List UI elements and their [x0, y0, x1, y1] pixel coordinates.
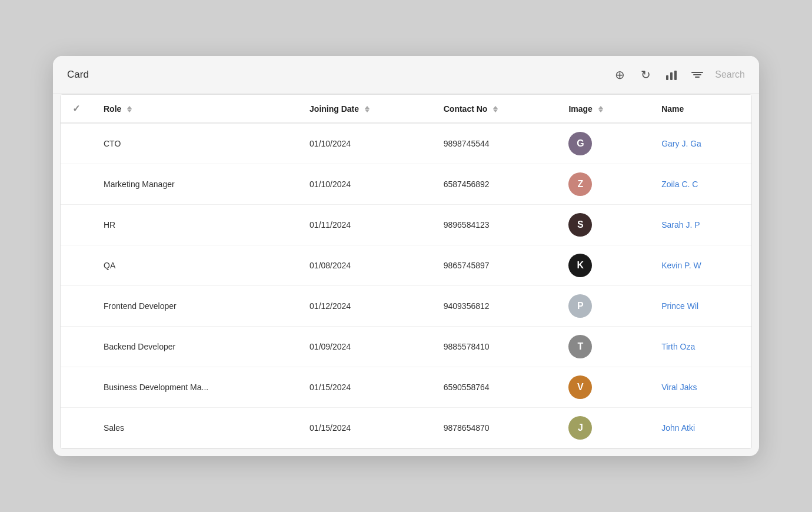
row-contact-no: 6587456892: [432, 164, 557, 205]
table-row: Marketing Manager01/10/20246587456892ZZo…: [61, 164, 751, 205]
row-name: John Atki: [650, 408, 751, 448]
col-header-joining-date[interactable]: Joining Date: [298, 95, 432, 123]
add-icon[interactable]: ⊕: [611, 67, 628, 83]
col-header-contact-no[interactable]: Contact No: [432, 95, 557, 123]
row-name: Tirth Oza: [650, 327, 751, 367]
row-name: Kevin P. W: [650, 245, 751, 286]
row-name: Sarah J. P: [650, 205, 751, 245]
row-joining-date: 01/10/2024: [298, 164, 432, 205]
avatar: T: [568, 335, 592, 358]
row-contact-no: 9896584123: [432, 205, 557, 245]
row-checkbox[interactable]: [61, 327, 92, 367]
avatar: K: [568, 254, 592, 277]
row-contact-no: 9878654870: [432, 408, 557, 448]
svg-rect-2: [674, 71, 677, 80]
avatar: S: [568, 213, 592, 237]
row-contact-no: 9409356812: [432, 286, 557, 327]
row-role: CTO: [92, 123, 298, 164]
row-image: S: [557, 205, 650, 245]
avatar: G: [568, 132, 592, 155]
row-name: Prince Wil: [650, 286, 751, 327]
table-row: Frontend Developer01/12/20249409356812PP…: [61, 286, 751, 327]
row-checkbox[interactable]: [61, 245, 92, 286]
row-joining-date: 01/08/2024: [298, 245, 432, 286]
row-image: K: [557, 245, 650, 286]
checkbox-col-header[interactable]: ✓: [61, 95, 92, 123]
refresh-icon[interactable]: ↻: [637, 67, 654, 83]
row-role: QA: [92, 245, 298, 286]
row-checkbox[interactable]: [61, 164, 92, 205]
row-contact-no: 6590558764: [432, 367, 557, 408]
row-joining-date: 01/15/2024: [298, 408, 432, 448]
table-row: HR01/11/20249896584123SSarah J. P: [61, 205, 751, 245]
main-window: Card ⊕ ↻ Search: [53, 56, 759, 456]
row-contact-no: 9865745897: [432, 245, 557, 286]
row-role: Marketing Manager: [92, 164, 298, 205]
filter-icon[interactable]: [689, 67, 705, 83]
sort-icon-joining-date: [365, 106, 370, 112]
row-role: Backend Developer: [92, 327, 298, 367]
page-title: Card: [67, 69, 89, 81]
avatar: P: [568, 294, 592, 318]
col-header-role[interactable]: Role: [92, 95, 298, 123]
table-row: Backend Developer01/09/20249885578410TTi…: [61, 327, 751, 367]
row-contact-no: 9898745544: [432, 123, 557, 164]
sort-icon-image: [598, 106, 603, 112]
row-checkbox[interactable]: [61, 408, 92, 448]
row-role: HR: [92, 205, 298, 245]
col-header-image[interactable]: Image: [557, 95, 650, 123]
row-name: Zoila C. C: [650, 164, 751, 205]
sort-icon-contact-no: [493, 106, 498, 112]
row-image: J: [557, 408, 650, 448]
titlebar: Card ⊕ ↻ Search: [53, 56, 759, 94]
col-header-name: Name: [650, 95, 751, 123]
table-row: Sales01/15/20249878654870JJohn Atki: [61, 408, 751, 448]
row-role: Frontend Developer: [92, 286, 298, 327]
row-checkbox[interactable]: [61, 286, 92, 327]
table-container: ✓ Role Joining Date: [60, 94, 752, 449]
row-checkbox[interactable]: [61, 123, 92, 164]
avatar: J: [568, 416, 592, 440]
data-table: ✓ Role Joining Date: [61, 95, 751, 448]
table-row: QA01/08/20249865745897KKevin P. W: [61, 245, 751, 286]
row-image: Z: [557, 164, 650, 205]
svg-rect-1: [670, 72, 673, 80]
avatar: Z: [568, 172, 592, 196]
row-contact-no: 9885578410: [432, 327, 557, 367]
table-header-row: ✓ Role Joining Date: [61, 95, 751, 123]
row-checkbox[interactable]: [61, 205, 92, 245]
row-role: Business Development Ma...: [92, 367, 298, 408]
row-joining-date: 01/10/2024: [298, 123, 432, 164]
titlebar-actions: ⊕ ↻ Search: [611, 67, 745, 83]
row-joining-date: 01/15/2024: [298, 367, 432, 408]
titlebar-left: Card: [67, 69, 89, 81]
svg-rect-0: [666, 75, 668, 80]
row-name: Gary J. Ga: [650, 123, 751, 164]
table-row: Business Development Ma...01/15/20246590…: [61, 367, 751, 408]
row-role: Sales: [92, 408, 298, 448]
row-image: G: [557, 123, 650, 164]
row-joining-date: 01/12/2024: [298, 286, 432, 327]
row-checkbox[interactable]: [61, 367, 92, 408]
avatar: V: [568, 375, 592, 399]
table-row: CTO01/10/20249898745544GGary J. Ga: [61, 123, 751, 164]
chart-icon[interactable]: [663, 67, 680, 83]
row-joining-date: 01/09/2024: [298, 327, 432, 367]
row-name: Viral Jaks: [650, 367, 751, 408]
row-image: T: [557, 327, 650, 367]
sort-icon-role: [127, 106, 132, 112]
search-label[interactable]: Search: [715, 69, 745, 80]
row-image: V: [557, 367, 650, 408]
row-joining-date: 01/11/2024: [298, 205, 432, 245]
row-image: P: [557, 286, 650, 327]
